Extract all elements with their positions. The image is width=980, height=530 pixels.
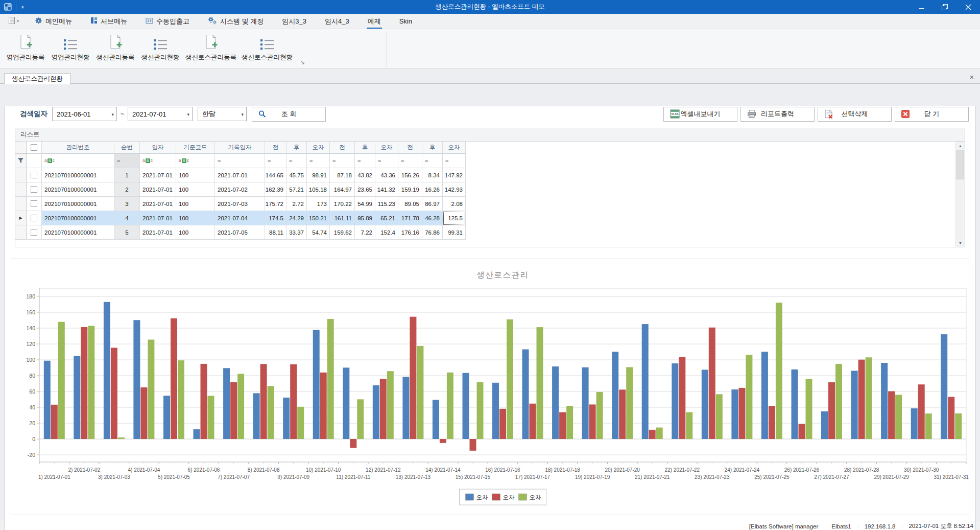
chevron-down-icon[interactable]: ▾ (111, 112, 114, 117)
cell[interactable]: 115.23 (375, 197, 398, 211)
cell[interactable]: 24.29 (286, 211, 307, 225)
excel-export-button[interactable]: XLSX엑셀내보내기 (663, 107, 737, 122)
cell[interactable]: 2021070100000001 (42, 182, 114, 197)
cell[interactable]: 2 (114, 182, 140, 197)
filter-cell-8[interactable]: = (307, 154, 330, 168)
cell[interactable]: 3 (114, 197, 140, 211)
cell[interactable]: 105.18 (307, 182, 330, 197)
menu-item-2[interactable]: 서브메뉴 (87, 14, 131, 29)
cell[interactable]: 176.16 (398, 225, 422, 240)
row-checkbox[interactable] (31, 172, 37, 178)
column-header-6[interactable]: 전 (265, 142, 286, 154)
cell[interactable]: 45.75 (286, 168, 307, 182)
delete-selected-button[interactable]: 선택삭제 (818, 107, 892, 122)
cell[interactable]: 161.11 (330, 211, 355, 225)
cell[interactable]: 2.72 (286, 197, 307, 211)
select-all-checkbox[interactable] (31, 144, 37, 151)
tab-production-loss-status[interactable]: 생산로스관리현황 (4, 73, 70, 84)
column-header-13[interactable]: 후 (422, 142, 443, 154)
row-checkbox[interactable] (31, 186, 37, 193)
filter-cell-14[interactable]: = (443, 154, 466, 168)
search-button[interactable]: 조 회 (252, 107, 326, 122)
toolbar-button-4[interactable]: 생산관리현황 (138, 29, 183, 62)
cell[interactable]: 2021-07-01 (140, 197, 176, 211)
column-header-14[interactable]: 오차 (443, 142, 466, 154)
tabstrip-close-icon[interactable]: × (970, 74, 974, 81)
cell[interactable]: 5 (114, 225, 140, 240)
cell[interactable]: 1 (114, 168, 140, 182)
cell[interactable]: 2.08 (443, 197, 466, 211)
cell[interactable]: 98.91 (307, 168, 330, 182)
filter-cell-3[interactable]: aBc (140, 154, 176, 168)
cell[interactable]: 2021070100000001 (42, 168, 114, 182)
filter-cell-13[interactable]: = (422, 154, 443, 168)
toolbar-button-5[interactable]: 생산로스관리등록 (183, 29, 239, 62)
filter-funnel-icon[interactable] (17, 156, 24, 166)
column-header-1[interactable]: 관리번호 (42, 142, 114, 154)
date-from-input[interactable]: 2021-06-01 ▾ (52, 107, 117, 121)
column-header-9[interactable]: 전 (330, 142, 355, 154)
cell[interactable]: 147.92 (443, 168, 466, 182)
column-header-2[interactable]: 순번 (114, 142, 140, 154)
filter-cell-4[interactable]: aBc (176, 154, 215, 168)
app-icon[interactable] (4, 3, 12, 11)
cell[interactable]: 89.05 (398, 197, 422, 211)
filter-cell-9[interactable]: = (330, 154, 355, 168)
minimize-button[interactable] (910, 0, 933, 14)
cell[interactable]: 16.26 (422, 182, 443, 197)
cell[interactable]: 144.65 (265, 168, 286, 182)
cell[interactable]: 2021070100000001 (42, 211, 114, 225)
cell[interactable]: 23.65 (355, 182, 375, 197)
cell[interactable]: 2021-07-05 (215, 225, 265, 240)
cell[interactable]: 4 (114, 211, 140, 225)
cell[interactable]: 2021-07-03 (215, 197, 265, 211)
file-menu-button[interactable]: ▾ (4, 14, 23, 29)
cell[interactable]: 86.97 (422, 197, 443, 211)
filter-cell-1[interactable]: aBc (42, 154, 114, 168)
chevron-down-icon[interactable]: ▾ (187, 112, 189, 117)
filter-cell-7[interactable]: = (286, 154, 307, 168)
cell[interactable]: 95.89 (355, 211, 375, 225)
titlebar-caret-icon[interactable]: ▾ (21, 5, 24, 10)
cell[interactable]: 125.5 (443, 211, 466, 225)
cell[interactable]: 142.93 (443, 182, 466, 197)
table-row[interactable]: 202107010000000152021-07-011002021-07-05… (15, 225, 965, 240)
menu-item-3[interactable]: 수동입출고 (142, 14, 193, 29)
menu-item-5[interactable]: 임시3_3 (278, 14, 310, 29)
cell[interactable]: 159.62 (330, 225, 355, 240)
cell[interactable]: 54.74 (307, 225, 330, 240)
row-checkbox[interactable] (31, 200, 37, 207)
cell[interactable]: 174.5 (265, 211, 286, 225)
column-header-11[interactable]: 오차 (375, 142, 398, 154)
column-header-12[interactable]: 전 (398, 142, 422, 154)
chevron-down-icon[interactable]: ▾ (241, 112, 244, 117)
date-to-input[interactable]: 2021-07-01 ▾ (128, 107, 193, 121)
table-row[interactable]: 202107010000000122021-07-011002021-07-02… (15, 182, 965, 197)
menu-item-8[interactable]: Skin (396, 14, 416, 29)
column-header-8[interactable]: 오차 (307, 142, 330, 154)
cell[interactable]: 170.22 (330, 197, 355, 211)
cell[interactable]: 164.97 (330, 182, 355, 197)
cell[interactable]: 175.72 (265, 197, 286, 211)
cell[interactable]: 7.22 (355, 225, 375, 240)
cell[interactable]: 141.32 (375, 182, 398, 197)
cell[interactable]: 2021-07-04 (215, 211, 265, 225)
filter-cell-6[interactable]: = (265, 154, 286, 168)
cell[interactable]: 152.4 (375, 225, 398, 240)
cell[interactable]: 100 (176, 197, 215, 211)
filter-cell-11[interactable]: = (375, 154, 398, 168)
menu-item-7[interactable]: 예제 (364, 14, 385, 29)
filter-cell-10[interactable]: = (355, 154, 375, 168)
column-header-3[interactable]: 일자 (140, 142, 176, 154)
cell[interactable]: 2021-07-01 (215, 168, 265, 182)
cell[interactable]: 100 (176, 225, 215, 240)
column-header-7[interactable]: 후 (286, 142, 307, 154)
cell[interactable]: 43.36 (375, 168, 398, 182)
toolbar-button-6[interactable]: 생산로스관리현황 (239, 29, 295, 62)
cell[interactable]: 100 (176, 182, 215, 197)
cell[interactable]: 87.18 (330, 168, 355, 182)
cell[interactable]: 159.19 (398, 182, 422, 197)
cell[interactable]: 156.26 (398, 168, 422, 182)
scroll-up-icon[interactable]: ▲ (956, 142, 965, 150)
menu-item-1[interactable]: 메인메뉴 (31, 14, 76, 29)
